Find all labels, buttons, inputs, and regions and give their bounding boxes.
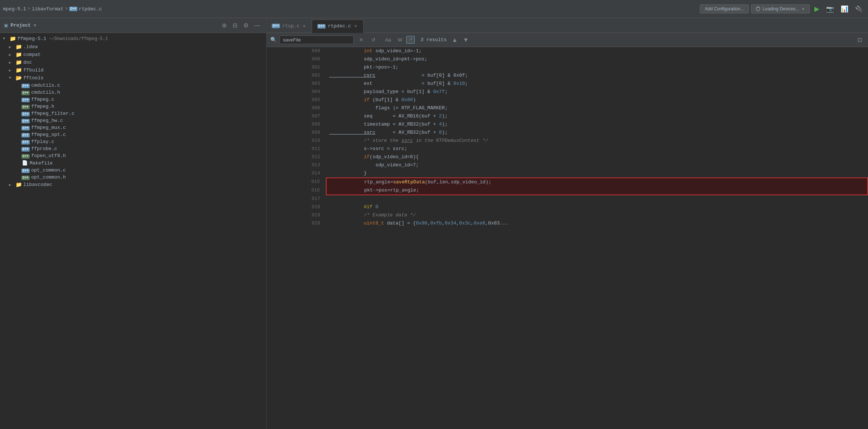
- sidebar-item-cmdutils-h[interactable]: C++ cmdutils.h: [0, 89, 266, 96]
- tab-bar: C++ rtsp.c ✕ C++ rtpdec.c ✕: [267, 18, 868, 33]
- line-row: 916 pkt->pos=rtp_angle;: [267, 186, 868, 195]
- sidebar-item-ffmpeg-mux-c[interactable]: C++ ffmpeg_mux.c: [0, 124, 266, 131]
- sidebar-item-ffmpeg-filter-c[interactable]: C++ ffmpeg_filter.c: [0, 110, 266, 117]
- compat-label: compat: [23, 52, 41, 57]
- camera-icon: 📷: [826, 5, 834, 13]
- sidebar-item-compat[interactable]: ▶ 📁 compat: [0, 51, 266, 59]
- sidebar-item-ffmpeg-opt-c[interactable]: C++ ffmpeg_opt.c: [0, 131, 266, 138]
- line-number: 915: [267, 178, 326, 186]
- sidebar-locate-button[interactable]: ⊕: [220, 21, 228, 30]
- h-file-icon-2: C++: [21, 104, 30, 109]
- line-row: 913 sdp_video_id=7;: [267, 161, 868, 169]
- tab-rtsp-badge: C++: [272, 24, 280, 28]
- sidebar-settings-button[interactable]: ⚙: [242, 21, 250, 30]
- search-close-button[interactable]: ✕: [357, 36, 366, 44]
- sidebar-item-ffmpeg-c[interactable]: C++ ffmpeg.c: [0, 96, 266, 103]
- search-expand-button[interactable]: ⊡: [855, 36, 864, 44]
- tab-rtpdec[interactable]: C++ rtpdec.c ✕: [312, 20, 364, 33]
- search-prev-button[interactable]: ▲: [450, 36, 460, 44]
- camera-button[interactable]: 📷: [824, 4, 836, 14]
- code-editor[interactable]: 899 int sdp_video_id=-1;900 sdp_video_id…: [267, 47, 868, 429]
- line-number: 912: [267, 153, 326, 161]
- ffmpeg-mux-label: ffmpeg_mux.c: [31, 125, 66, 130]
- opt-common-h-label: opt_common.h: [31, 174, 66, 180]
- sidebar-item-ffbuild[interactable]: ▶ 📁 ffbuild: [0, 66, 266, 74]
- doc-folder-icon: 📁: [16, 59, 22, 66]
- line-row: 909 ssrc = AV_RB32(buf + 8);: [267, 129, 868, 137]
- loading-devices-button[interactable]: Loading Devices... ▼: [751, 4, 810, 13]
- sidebar-item-opt-common-c[interactable]: C++ opt_common.c: [0, 167, 266, 174]
- line-code: sdp_video_id=pkt->pos;: [326, 55, 868, 63]
- cpp-file-icon: C++: [21, 83, 30, 88]
- breadcrumb-project[interactable]: mpeg-5.1: [3, 6, 26, 12]
- search-next-button[interactable]: ▼: [461, 36, 471, 44]
- h-file-icon-1: C++: [21, 90, 30, 95]
- fftools-folder-icon: 📂: [16, 75, 22, 81]
- add-config-button[interactable]: Add Configuration...: [700, 4, 749, 13]
- sidebar-item-doc[interactable]: ▶ 📁 doc: [0, 59, 266, 66]
- cmdutils-h-label: cmdutils.h: [31, 90, 60, 95]
- tree-arrow-ffbuild: ▶: [9, 68, 14, 73]
- idea-folder-icon: 📁: [16, 44, 22, 50]
- sidebar-item-ffprobe-c[interactable]: C++ ffprobe.c: [0, 145, 266, 152]
- plugin-button[interactable]: 🔌: [853, 4, 865, 14]
- line-row: 903 ext = buf[0] & 0x10;: [267, 80, 868, 88]
- sidebar-item-libavcodec[interactable]: ▶ 📁 libavcodec: [0, 181, 266, 189]
- search-whole-word-button[interactable]: W: [395, 36, 405, 44]
- line-code: seq = AV_RB16(buf + 2);: [326, 112, 868, 120]
- breadcrumb-libavformat[interactable]: libavformat: [32, 6, 64, 12]
- line-number: 910: [267, 137, 326, 145]
- tab-rtsp-close[interactable]: ✕: [302, 23, 307, 29]
- search-regex-button[interactable]: .*: [406, 36, 415, 44]
- line-number: 920: [267, 219, 326, 227]
- ffbuild-folder-icon: 📁: [16, 67, 22, 73]
- sidebar-item-idea[interactable]: ▶ 📁 .idea: [0, 43, 266, 51]
- dropdown-arrow-icon: ▼: [801, 7, 805, 11]
- line-number: 908: [267, 120, 326, 129]
- line-row: 905 if (buf[1] & 0x80): [267, 96, 868, 104]
- line-code: /* Example data */: [326, 211, 868, 219]
- sidebar-item-ffmpeg-h[interactable]: C++ ffmpeg.h: [0, 103, 266, 110]
- run-button[interactable]: ▶: [812, 3, 822, 14]
- sidebar-collapse-button[interactable]: ⊟: [231, 21, 239, 30]
- cpp-file-icon-2: C++: [21, 97, 30, 102]
- line-row: 899 int sdp_video_id=-1;: [267, 47, 868, 55]
- sidebar-item-fftools[interactable]: ▼ 📂 fftools: [0, 74, 266, 82]
- sidebar-item-root[interactable]: ▼ 📁 ffmpeg-5.1 ~/Downloads/ffmpeg-5.1: [0, 34, 266, 43]
- line-number: 905: [267, 96, 326, 104]
- cmdutils-c-label: cmdutils.c: [31, 83, 60, 88]
- line-number: 909: [267, 129, 326, 137]
- line-code: s->ssrc = ssrc;: [326, 145, 868, 153]
- ffmpeg-opt-label: ffmpeg_opt.c: [31, 132, 66, 137]
- line-row: 904 payload_type = buf[1] & 0x7f;: [267, 88, 868, 96]
- sidebar-item-ffmpeg-hw-c[interactable]: C++ ffmpeg_hw.c: [0, 117, 266, 124]
- cpp-file-icon-9: C++: [21, 167, 30, 173]
- tab-rtpdec-close[interactable]: ✕: [353, 23, 358, 29]
- line-code: if (buf[1] & 0x80): [326, 96, 868, 104]
- line-number: 913: [267, 161, 326, 169]
- search-input[interactable]: [280, 36, 354, 44]
- sidebar-item-opt-common-h[interactable]: C++ opt_common.h: [0, 174, 266, 181]
- sidebar-item-ffplay-c[interactable]: C++ ffplay.c: [0, 138, 266, 145]
- search-results-count: 3 results: [421, 37, 447, 43]
- line-row: 911 s->ssrc = ssrc;: [267, 145, 868, 153]
- ffmpeg-c-label: ffmpeg.c: [31, 97, 54, 102]
- search-refresh-button[interactable]: ↺: [369, 36, 378, 44]
- cpp-file-icon-6: C++: [21, 132, 30, 137]
- sidebar-item-makefile[interactable]: 📄 Makefile: [0, 159, 266, 167]
- idea-label: .idea: [23, 44, 38, 50]
- line-code: if(sdp_video_id<0){: [326, 153, 868, 161]
- sidebar-hide-button[interactable]: —: [253, 21, 262, 30]
- line-number: 899: [267, 47, 326, 55]
- search-match-case-button[interactable]: Aa: [383, 36, 394, 44]
- line-code: sdp_video_id=7;: [326, 161, 868, 169]
- tab-rtsp[interactable]: C++ rtsp.c ✕: [267, 19, 312, 33]
- sidebar-item-cmdutils-c[interactable]: C++ cmdutils.c: [0, 82, 266, 89]
- sidebar-item-fopen-utf8-h[interactable]: C++ fopen_utf8.h: [0, 152, 266, 159]
- tree-arrow-root: ▼: [3, 37, 8, 41]
- line-code: #if 0: [326, 203, 868, 211]
- profile-button[interactable]: 📊: [838, 4, 851, 14]
- breadcrumb-filename[interactable]: rtpdec.c: [79, 6, 102, 12]
- sidebar: ▣ Project ▼ ⊕ ⊟ ⚙ — ▼ 📁 ffmpeg-5.1 ~/Dow…: [0, 18, 267, 429]
- breadcrumb-sep2: >: [65, 6, 67, 11]
